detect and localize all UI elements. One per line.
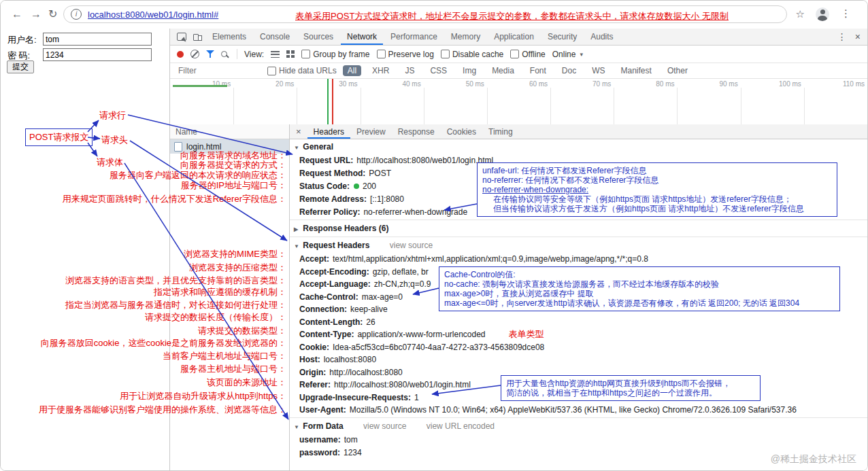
response-headers-section-header[interactable]: ▶ Response Headers (6) (290, 221, 867, 236)
annotation-status-code: 服务器向客户端返回的本次请求的响应状态： (110, 170, 286, 180)
filter-chip-other[interactable]: Other (663, 65, 692, 76)
general-section-header[interactable]: ▼ General (290, 139, 867, 154)
browser-menu-icon[interactable]: ⋮ (841, 7, 851, 20)
header-content-type: Content-Type:application/x-www-form-urle… (290, 328, 867, 341)
annotation-accept: 浏览器支持的MIME类型： (184, 249, 286, 259)
search-icon[interactable] (221, 51, 227, 57)
throttling-dropdown[interactable]: Online ▾ (552, 50, 583, 59)
group-by-frame-checkbox[interactable]: Group by frame (301, 50, 369, 59)
header-content-length: Content-Length:26 (290, 316, 867, 329)
filter-chip-manifest[interactable]: Manifest (616, 65, 656, 76)
tab-audits[interactable]: Audits (584, 29, 619, 45)
tab-response[interactable]: Response (392, 124, 441, 139)
tab-headers[interactable]: Headers (307, 124, 350, 139)
filter-chip-img[interactable]: Img (458, 65, 481, 76)
tab-network[interactable]: Network (341, 29, 383, 45)
grid-view-icon[interactable] (286, 50, 295, 58)
list-view-icon[interactable] (271, 51, 280, 58)
tab-cookies[interactable]: Cookies (441, 124, 482, 139)
timeline-tick: 50 ms (466, 80, 484, 88)
url-text[interactable]: localhost:8080/web01/login.html# (88, 10, 218, 20)
forward-icon[interactable]: → (31, 7, 41, 21)
preserve-log-label: Preserve log (388, 50, 434, 59)
devtools-menu-icon[interactable]: ⋮ (837, 31, 847, 42)
annotation-referer: 该页面的来源地址： (207, 377, 286, 387)
filter-chip-font[interactable]: Font (525, 65, 551, 76)
page-info-icon[interactable]: i (71, 9, 82, 20)
timeline-tick: 30 ms (339, 80, 357, 88)
group-by-frame-label: Group by frame (313, 50, 369, 59)
filter-chip-media[interactable]: Media (487, 65, 519, 76)
request-headers-section-header[interactable]: ▼ Request Headers view source (290, 238, 867, 253)
offline-checkbox[interactable]: Offline (510, 50, 545, 59)
triangle-expanded-icon: ▼ (294, 420, 301, 435)
filter-chip-css[interactable]: CSS (425, 65, 452, 76)
timeline-tick: 80 ms (656, 80, 674, 88)
load-event-marker (332, 79, 333, 126)
tab-console[interactable]: Console (254, 29, 296, 45)
inspect-element-icon[interactable] (177, 33, 186, 41)
tab-performance[interactable]: Performance (384, 29, 444, 45)
view-url-encoded-link[interactable]: view URL encoded (427, 421, 495, 431)
devtools-close-icon[interactable]: × (855, 31, 861, 42)
annotation-origin: 服务器主机地址与端口号： (180, 364, 286, 374)
annotation-user-agent: 用于使服务器能够识别客户端使用的操作系统、浏览器等信息： (39, 404, 286, 415)
password-field[interactable] (43, 48, 152, 61)
cache-control-callout: Cache-Control的值: no-cache: 强制每次请求直接发送给源服… (439, 266, 840, 311)
annotation-cookie: 向服务器放回cookie，这些cookie是之前服务器发给浏览器的： (41, 338, 286, 348)
triangle-collapsed-icon: ▶ (294, 222, 301, 237)
tab-preview[interactable]: Preview (350, 124, 392, 139)
network-filterbar: Hide data URLs All XHR JS CSS Img Media … (170, 63, 867, 79)
tab-elements[interactable]: Elements (206, 29, 252, 45)
tab-memory[interactable]: Memory (445, 29, 486, 45)
timeline-tick: 70 ms (592, 80, 611, 88)
bookmark-star-icon[interactable]: ☆ (796, 8, 805, 20)
filter-chip-xhr[interactable]: XHR (367, 65, 394, 76)
annotation-cache-control: 指定请求和响应遵循的缓存机制： (154, 287, 286, 297)
tab-sources[interactable]: Sources (297, 29, 339, 45)
request-overview-bar (173, 85, 227, 87)
disable-cache-checkbox[interactable]: Disable cache (441, 50, 503, 59)
annotation-connection: 指定当浏览器与服务器通信时，对长连接如何进行处理： (65, 300, 286, 310)
content-type-annotation: 表单类型 (509, 329, 544, 339)
request-body-label: 请求体 (97, 156, 123, 169)
hide-data-urls-checkbox[interactable]: Hide data URLs (267, 66, 337, 75)
form-data-username: username:tom (290, 434, 867, 447)
triangle-expanded-icon: ▼ (294, 239, 301, 254)
chevron-down-icon: ▾ (580, 51, 583, 58)
refresh-icon[interactable]: ↻ (48, 7, 57, 21)
filter-chip-ws[interactable]: WS (587, 65, 610, 76)
profile-avatar[interactable] (816, 7, 829, 21)
clear-icon[interactable] (190, 50, 199, 58)
annotation-request-url: 向服务器请求的域名地址： (180, 150, 286, 160)
network-overview-timeline[interactable]: 10 ms 20 ms 30 ms 40 ms 50 ms 60 ms 70 m… (170, 79, 867, 127)
form-data-view-source-link[interactable]: view source (363, 421, 406, 431)
tab-timing[interactable]: Timing (482, 124, 519, 139)
status-ok-dot (354, 184, 359, 189)
filter-input[interactable] (177, 65, 261, 76)
device-toolbar-icon[interactable] (193, 33, 202, 41)
username-field[interactable] (43, 33, 152, 46)
annotation-content-length: 请求提交的数据长度（传输长度）： (145, 312, 286, 322)
filter-chip-js[interactable]: JS (400, 65, 419, 76)
filter-chip-doc[interactable]: Doc (557, 65, 581, 76)
annotation-request-method: 向服务器提交请求的方式： (180, 160, 286, 170)
submit-button[interactable]: 提交 (7, 60, 34, 73)
view-label: View: (244, 50, 264, 59)
record-icon[interactable] (177, 51, 184, 58)
tab-application[interactable]: Application (488, 29, 540, 45)
form-data-section-header[interactable]: ▼ Form Data view source view URL encoded (290, 419, 867, 434)
timeline-tick: 40 ms (402, 80, 420, 88)
tab-security[interactable]: Security (541, 29, 583, 45)
watermark: @稀土掘金技术社区 (771, 453, 856, 466)
timeline-tick: 110 ms (843, 80, 865, 88)
annotation-accept-language: 浏览器支持的语言类型，并且优先支持靠前的语言类型： (65, 275, 286, 285)
preserve-log-checkbox[interactable]: Preserve log (377, 50, 434, 59)
view-source-link[interactable]: view source (390, 241, 433, 250)
divider (290, 237, 867, 237)
details-close-icon[interactable]: × (290, 126, 307, 137)
back-icon[interactable]: ← (12, 7, 22, 21)
filter-chip-all[interactable]: All (343, 65, 361, 76)
request-list-header[interactable]: Name (170, 124, 289, 139)
filter-icon[interactable] (206, 50, 214, 58)
